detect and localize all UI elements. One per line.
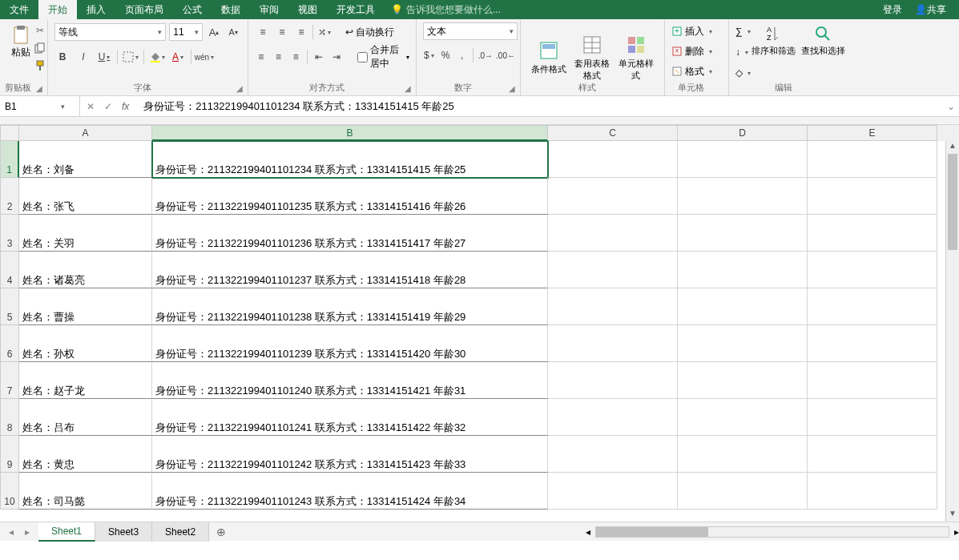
cell-B8[interactable]: 身份证号：211322199401101241 联系方式：13314151422… <box>152 399 548 436</box>
insert-function-button[interactable]: fx <box>122 101 129 112</box>
increase-decimal-button[interactable]: .0→ <box>478 47 493 63</box>
paste-button[interactable]: 粘贴 <box>6 22 35 59</box>
align-right-button[interactable]: ≡ <box>289 49 302 65</box>
cell-D10[interactable] <box>678 473 808 510</box>
merge-center-button[interactable]: 合并后居中▾ <box>357 48 409 66</box>
column-header-A[interactable]: A <box>19 125 152 141</box>
tab-review[interactable]: 审阅 <box>250 0 288 19</box>
border-button[interactable] <box>123 49 139 65</box>
cell-E9[interactable] <box>808 436 937 473</box>
spreadsheet-grid[interactable]: ABCDE 1姓名：刘备身份证号：211322199401101234 联系方式… <box>0 125 959 522</box>
autosum-button[interactable]: ∑▾ <box>735 22 751 40</box>
cell-B1[interactable]: 身份证号：211322199401101234 联系方式：13314151415… <box>152 141 548 178</box>
cell-B3[interactable]: 身份证号：211322199401101236 联系方式：13314151417… <box>152 215 548 252</box>
cell-E1[interactable] <box>808 141 937 178</box>
font-dialog-launcher[interactable]: ◢ <box>236 84 246 94</box>
cell-D1[interactable] <box>678 141 808 178</box>
cell-B9[interactable]: 身份证号：211322199401101242 联系方式：13314151423… <box>152 436 548 473</box>
cell-E4[interactable] <box>808 252 937 288</box>
cell-A8[interactable]: 姓名：吕布 <box>19 399 152 436</box>
horizontal-scrollbar[interactable] <box>595 526 949 538</box>
align-top-button[interactable]: ≡ <box>255 24 271 40</box>
scroll-down-arrow[interactable]: ▼ <box>946 509 959 522</box>
tab-page-layout[interactable]: 页面布局 <box>115 0 173 19</box>
cell-D3[interactable] <box>678 215 808 252</box>
scroll-left-arrow[interactable]: ◂ <box>586 526 590 538</box>
login-button[interactable]: 登录 <box>876 3 909 17</box>
name-box-input[interactable] <box>5 101 61 112</box>
vertical-scroll-thumb[interactable] <box>948 154 957 250</box>
cell-A4[interactable]: 姓名：诸葛亮 <box>19 252 152 288</box>
cell-C1[interactable] <box>548 141 678 178</box>
wrap-text-button[interactable]: ↩ 自动换行 <box>345 23 394 41</box>
row-header[interactable]: 3 <box>0 215 19 252</box>
cell-E8[interactable] <box>808 399 937 436</box>
cell-A1[interactable]: 姓名：刘备 <box>19 141 152 178</box>
decrease-font-button[interactable]: A▾ <box>225 24 241 40</box>
confirm-formula-button[interactable]: ✓ <box>104 101 112 112</box>
column-header-B[interactable]: B <box>152 125 548 141</box>
formula-bar-input[interactable] <box>140 100 943 112</box>
new-sheet-button[interactable]: ⊕ <box>209 526 233 538</box>
column-header-D[interactable]: D <box>678 125 808 141</box>
clear-button[interactable]: ◇▾ <box>735 64 751 82</box>
bold-button[interactable]: B <box>54 49 71 65</box>
cell-C10[interactable] <box>548 473 678 510</box>
cell-B7[interactable]: 身份证号：211322199401101240 联系方式：13314151421… <box>152 362 548 399</box>
row-header[interactable]: 4 <box>0 252 19 288</box>
cancel-formula-button[interactable]: ✕ <box>87 101 95 112</box>
cut-button[interactable]: ✂ <box>34 24 46 37</box>
cell-A3[interactable]: 姓名：关羽 <box>19 215 152 252</box>
cell-E5[interactable] <box>808 288 937 325</box>
cell-D4[interactable] <box>678 252 808 288</box>
column-header-C[interactable]: C <box>548 125 678 141</box>
format-cells-button[interactable]: 格式▾ <box>671 62 722 80</box>
expand-formula-bar-button[interactable]: ⌄ <box>943 101 959 112</box>
row-header[interactable]: 2 <box>0 178 19 215</box>
align-left-button[interactable]: ≡ <box>255 49 268 65</box>
vertical-scrollbar[interactable]: ▲ ▼ <box>945 141 959 522</box>
cell-A10[interactable]: 姓名：司马懿 <box>19 473 152 510</box>
cell-C3[interactable] <box>548 215 678 252</box>
cell-B5[interactable]: 身份证号：211322199401101238 联系方式：13314151419… <box>152 288 548 325</box>
sheet-tab-sheet3[interactable]: Sheet3 <box>95 522 152 542</box>
cell-A7[interactable]: 姓名：赵子龙 <box>19 362 152 399</box>
row-header[interactable]: 6 <box>0 325 19 362</box>
column-header-E[interactable]: E <box>808 125 937 141</box>
horizontal-scroll-thumb[interactable] <box>596 527 708 537</box>
copy-button[interactable] <box>34 42 46 54</box>
format-painter-button[interactable] <box>34 59 46 72</box>
cell-A6[interactable]: 姓名：孙权 <box>19 325 152 362</box>
tab-formulas[interactable]: 公式 <box>173 0 212 19</box>
tab-view[interactable]: 视图 <box>288 0 327 19</box>
scroll-up-arrow[interactable]: ▲ <box>946 141 959 154</box>
align-middle-button[interactable]: ≡ <box>274 24 290 40</box>
cell-A2[interactable]: 姓名：张飞 <box>19 178 152 215</box>
font-color-button[interactable]: A <box>170 49 186 65</box>
cell-C8[interactable] <box>548 399 678 436</box>
sheet-nav-next[interactable]: ▸ <box>21 526 34 538</box>
tab-insert[interactable]: 插入 <box>77 0 115 19</box>
align-bottom-button[interactable]: ≡ <box>293 24 309 40</box>
cell-A9[interactable]: 姓名：黄忠 <box>19 436 152 473</box>
number-format-combo[interactable]: 文本▾ <box>423 22 518 40</box>
cell-B4[interactable]: 身份证号：211322199401101237 联系方式：13314151418… <box>152 252 548 288</box>
cell-D6[interactable] <box>678 325 808 362</box>
cell-C6[interactable] <box>548 325 678 362</box>
share-button[interactable]: 👤共享 <box>909 3 953 17</box>
align-center-button[interactable]: ≡ <box>272 49 285 65</box>
select-all-corner[interactable] <box>0 125 19 141</box>
cell-A5[interactable]: 姓名：曹操 <box>19 288 152 325</box>
cell-E6[interactable] <box>808 325 937 362</box>
cell-C4[interactable] <box>548 252 678 288</box>
cell-C9[interactable] <box>548 436 678 473</box>
fill-color-button[interactable] <box>149 49 165 65</box>
cell-D9[interactable] <box>678 436 808 473</box>
cell-C2[interactable] <box>548 178 678 215</box>
sort-filter-button[interactable]: AZ 排序和筛选 <box>751 22 796 82</box>
tab-data[interactable]: 数据 <box>212 0 250 19</box>
sheet-nav-first[interactable]: ◂ <box>5 526 18 538</box>
percent-button[interactable]: % <box>440 47 452 63</box>
row-header[interactable]: 1 <box>0 141 19 178</box>
name-box[interactable]: ▾ <box>0 96 80 116</box>
